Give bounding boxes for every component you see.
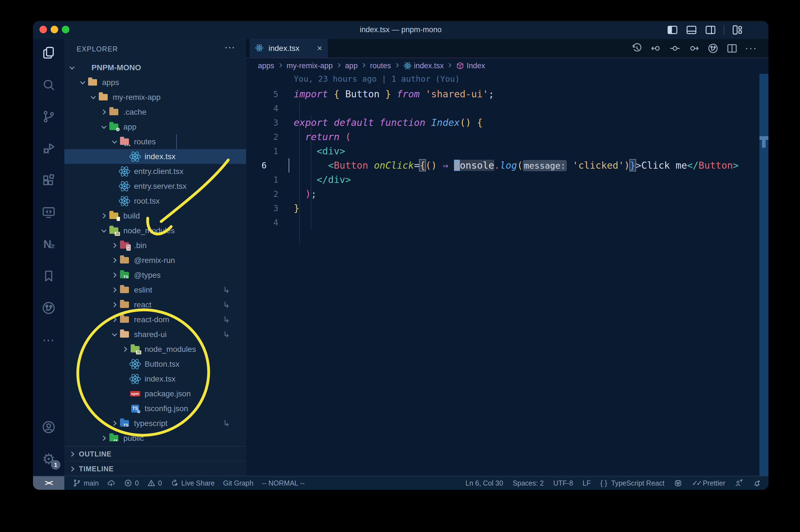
split-editor-icon[interactable] bbox=[726, 42, 738, 55]
tree-item-public[interactable]: ●●public bbox=[64, 431, 246, 445]
tree-item-routes[interactable]: ●●●routes bbox=[64, 134, 246, 149]
activity-nx-console[interactable]: N≥ bbox=[33, 231, 64, 258]
activity-remote-explorer[interactable] bbox=[33, 199, 64, 226]
breadcrumb-apps[interactable]: apps bbox=[258, 61, 274, 70]
status-live-share[interactable]: Live Share bbox=[170, 479, 215, 487]
status-encoding[interactable]: UTF-8 bbox=[553, 479, 573, 487]
tree-item-app[interactable]: ⚙app bbox=[64, 119, 246, 134]
code-line-3[interactable]: export default function Index() { bbox=[294, 115, 483, 130]
status-prettier[interactable]: ✓✓Prettier bbox=[692, 479, 725, 487]
activity-git-graph[interactable] bbox=[33, 294, 64, 321]
current-change-icon[interactable] bbox=[669, 42, 681, 55]
tree-item-build[interactable]: build bbox=[64, 208, 246, 223]
chevron-right-icon[interactable] bbox=[111, 286, 118, 294]
chevron-right-icon[interactable] bbox=[111, 316, 118, 323]
remote-indicator[interactable]: >< bbox=[33, 476, 64, 490]
status-github[interactable] bbox=[674, 479, 682, 487]
chevron-down-icon[interactable] bbox=[100, 124, 108, 131]
activity-search[interactable] bbox=[33, 71, 64, 98]
activity-bookmarks[interactable] bbox=[33, 263, 64, 289]
timeline-section-header[interactable]: TIMELINE bbox=[64, 461, 246, 476]
tree-item-@remix-run[interactable]: @remix-run bbox=[64, 253, 246, 268]
toggle-panel-button[interactable] bbox=[686, 24, 697, 36]
tree-item-root.tsx[interactable]: root.tsx bbox=[64, 193, 246, 208]
activity-more-views[interactable]: ⋯ bbox=[33, 326, 64, 353]
status-eol[interactable]: LF bbox=[583, 479, 591, 487]
status-git-graph[interactable]: Git Graph bbox=[223, 479, 253, 487]
status-feedback[interactable] bbox=[735, 479, 743, 487]
tree-item-shared-ui[interactable]: shared-ui↳ bbox=[64, 327, 246, 342]
more-actions-icon[interactable]: ··· bbox=[745, 42, 757, 55]
breadcrumb-index[interactable]: Index bbox=[456, 61, 485, 70]
tree-item-button.tsx[interactable]: Button.tsx bbox=[64, 357, 246, 372]
breadcrumb-index.tsx[interactable]: index.tsx bbox=[403, 61, 444, 70]
code-line-9[interactable]: } bbox=[294, 201, 299, 215]
chevron-down-icon[interactable] bbox=[111, 138, 118, 146]
code-line-7[interactable]: </div> bbox=[294, 173, 351, 187]
tree-item-typescript[interactable]: TStypescript↳ bbox=[64, 416, 246, 431]
chevron-right-icon[interactable] bbox=[111, 242, 118, 249]
code-line-6[interactable]: <Button onClick={() ⇒ console.log(messag… bbox=[294, 158, 739, 173]
status-warnings[interactable]: 0 bbox=[147, 479, 162, 487]
chevron-down-icon[interactable] bbox=[90, 94, 97, 101]
chevron-down-icon[interactable] bbox=[100, 227, 108, 234]
status-errors[interactable]: 0 bbox=[124, 479, 139, 487]
chevron-down-icon[interactable] bbox=[111, 331, 118, 338]
activity-settings[interactable]: ⚙1 bbox=[33, 445, 64, 472]
activity-run-debug[interactable] bbox=[33, 135, 64, 162]
tree-item-my-remix-app[interactable]: my-remix-app bbox=[64, 90, 246, 104]
chevron-right-icon[interactable] bbox=[100, 435, 108, 442]
breadcrumb-my-remix-app[interactable]: my-remix-app bbox=[287, 61, 333, 70]
breadcrumb-routes[interactable]: routes bbox=[370, 61, 391, 70]
customize-layout-button[interactable] bbox=[731, 24, 743, 36]
next-change-icon[interactable] bbox=[688, 42, 700, 55]
activity-source-control[interactable] bbox=[33, 103, 64, 130]
tree-item-node_modules[interactable]: JSnode_modules bbox=[64, 223, 246, 238]
breadcrumb-app[interactable]: app bbox=[345, 61, 358, 70]
tree-item-tsconfig.json[interactable]: TS⚙tsconfig.json bbox=[64, 401, 246, 416]
tab-index-tsx[interactable]: index.tsx × bbox=[249, 39, 328, 58]
previous-change-icon[interactable] bbox=[650, 42, 662, 55]
status-indentation[interactable]: Spaces: 2 bbox=[513, 479, 544, 487]
tree-item-.cache[interactable]: .cache bbox=[64, 104, 246, 119]
tree-item-eslint[interactable]: eslint↳ bbox=[64, 283, 246, 297]
status-sync-changes[interactable] bbox=[107, 479, 116, 487]
chevron-down-icon[interactable] bbox=[79, 79, 87, 86]
toggle-primary-sidebar-button[interactable] bbox=[667, 24, 678, 36]
tree-item-pnpm-mono[interactable]: PNPM-MONO bbox=[64, 60, 246, 75]
code-line-8[interactable]: ); bbox=[294, 187, 317, 201]
chevron-right-icon[interactable] bbox=[111, 271, 118, 279]
status-cursor-position[interactable]: Ln 6, Col 30 bbox=[465, 479, 503, 487]
activity-extensions[interactable] bbox=[33, 167, 64, 194]
chevron-right-icon[interactable] bbox=[111, 257, 118, 264]
chevron-right-icon[interactable] bbox=[111, 420, 118, 427]
tree-item-node_modules[interactable]: JSnode_modules bbox=[64, 342, 246, 357]
activity-account[interactable] bbox=[33, 414, 64, 440]
code-line-1[interactable]: import { Button } from 'shared-ui'; bbox=[294, 87, 494, 101]
tree-item-react[interactable]: react↳ bbox=[64, 297, 246, 312]
tree-item-.bin[interactable]: 0110.bin bbox=[64, 238, 246, 253]
tree-item-apps[interactable]: apps bbox=[64, 75, 246, 90]
chevron-right-icon[interactable] bbox=[111, 301, 118, 308]
tree-item-index.tsx[interactable]: index.tsx bbox=[64, 372, 246, 386]
tree-item-package.json[interactable]: npmpackage.json bbox=[64, 386, 246, 401]
code-line-4[interactable]: return ( bbox=[294, 130, 351, 144]
status-vim-mode[interactable]: -- NORMAL -- bbox=[262, 479, 305, 487]
code-area[interactable]: You, 23 hours ago | 1 author (You) 5impo… bbox=[246, 74, 768, 476]
tree-item-index.tsx[interactable]: index.tsx bbox=[64, 149, 246, 164]
status-notifications[interactable] bbox=[753, 479, 761, 487]
activity-explorer[interactable] bbox=[33, 39, 64, 66]
toggle-secondary-sidebar-button[interactable] bbox=[705, 24, 716, 36]
tree-item-entry.client.tsx[interactable]: entry.client.tsx bbox=[64, 164, 246, 179]
code-line-5[interactable]: <div> bbox=[294, 144, 345, 158]
status-git-branch[interactable]: main bbox=[73, 479, 99, 487]
close-tab-icon[interactable]: × bbox=[317, 43, 322, 53]
chevron-right-icon[interactable] bbox=[122, 346, 129, 353]
outline-section-header[interactable]: OUTLINE bbox=[64, 446, 246, 461]
git-graph-view-icon[interactable] bbox=[707, 42, 719, 55]
status-language-mode[interactable]: { }TypeScript React bbox=[600, 479, 664, 487]
sidebar-more-actions-icon[interactable]: ⋯ bbox=[224, 41, 235, 53]
chevron-down-icon[interactable] bbox=[69, 64, 76, 71]
timeline-history-icon[interactable] bbox=[631, 42, 643, 55]
tree-item-entry.server.tsx[interactable]: entry.server.tsx bbox=[64, 179, 246, 193]
